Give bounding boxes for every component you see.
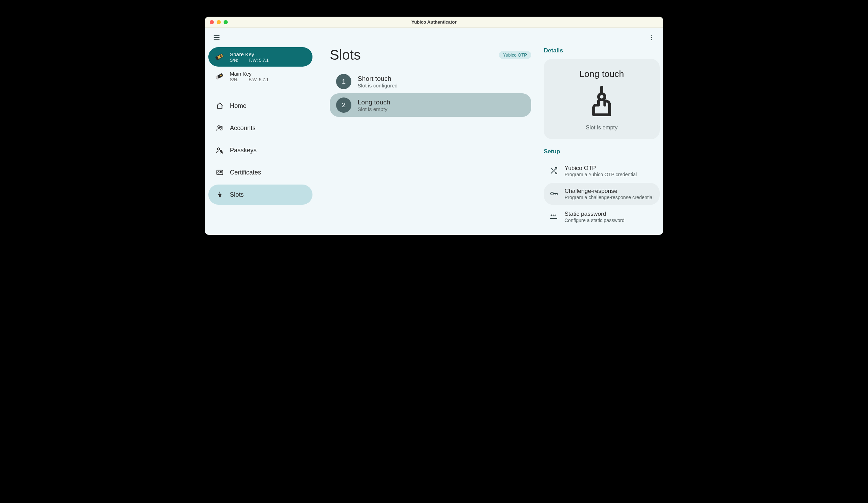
setup-text: Static password Configure a static passw… bbox=[565, 211, 625, 223]
nav-label: Certificates bbox=[230, 169, 261, 176]
key-icon bbox=[549, 189, 558, 198]
setup-desc: Configure a static password bbox=[565, 218, 625, 223]
nav-item-slots[interactable]: Slots bbox=[208, 185, 312, 205]
setup-text: Yubico OTP Program a Yubico OTP credenti… bbox=[565, 165, 637, 177]
certificates-icon bbox=[216, 169, 224, 176]
passkeys-icon bbox=[216, 146, 224, 154]
device-item-main-key[interactable]: Main Key S/N: F/W: 5.7.1 bbox=[208, 67, 312, 86]
device-meta: S/N: F/W: 5.7.1 bbox=[230, 77, 306, 82]
sidebar: Spare Key S/N: F/W: 5.7.1 Main Key S/N: … bbox=[205, 47, 316, 235]
slot-number-badge: 2 bbox=[336, 97, 351, 113]
svg-point-13 bbox=[220, 126, 222, 128]
protocol-chip[interactable]: Yubico OTP bbox=[499, 51, 531, 59]
touch-icon bbox=[551, 85, 653, 120]
nav-label: Home bbox=[230, 102, 247, 110]
more-vertical-icon bbox=[648, 34, 655, 41]
svg-point-4 bbox=[651, 37, 652, 38]
slot-name: Long touch bbox=[358, 99, 390, 106]
device-fw: F/W: 5.7.1 bbox=[249, 58, 268, 63]
slot-name: Short touch bbox=[358, 75, 398, 83]
nav-item-certificates[interactable]: Certificates bbox=[208, 162, 312, 182]
device-info: Spare Key S/N: F/W: 5.7.1 bbox=[230, 51, 306, 63]
setup-name: Yubico OTP bbox=[565, 165, 637, 172]
svg-point-21 bbox=[551, 192, 553, 195]
minimize-window-button[interactable] bbox=[217, 20, 221, 24]
setup-desc: Program a challenge-response credential bbox=[565, 195, 653, 200]
setup-heading: Setup bbox=[544, 148, 660, 155]
device-info: Main Key S/N: F/W: 5.7.1 bbox=[230, 71, 306, 82]
svg-point-12 bbox=[218, 126, 220, 128]
main-header: Slots Yubico OTP bbox=[330, 47, 531, 63]
nav-item-accounts[interactable]: Accounts bbox=[208, 118, 312, 138]
nav-label: Accounts bbox=[230, 125, 256, 132]
slot-status: Slot is empty bbox=[358, 106, 390, 112]
device-name: Main Key bbox=[230, 71, 306, 77]
detail-card: Long touch Slot is empty bbox=[544, 59, 660, 139]
device-meta: S/N: F/W: 5.7.1 bbox=[230, 58, 306, 63]
svg-point-17 bbox=[218, 172, 219, 173]
setup-text: Challenge-response Program a challenge-r… bbox=[565, 188, 653, 200]
slot-number-badge: 1 bbox=[336, 74, 351, 89]
svg-text:***: *** bbox=[550, 213, 556, 219]
svg-point-15 bbox=[220, 150, 222, 152]
close-window-button[interactable] bbox=[210, 20, 214, 24]
device-fw: F/W: 5.7.1 bbox=[249, 77, 268, 82]
slots-icon bbox=[216, 191, 224, 198]
fullscreen-window-button[interactable] bbox=[224, 20, 228, 24]
yubikey-icon bbox=[213, 51, 226, 63]
svg-point-14 bbox=[217, 148, 219, 150]
traffic-lights bbox=[210, 20, 228, 24]
accounts-icon bbox=[216, 124, 224, 132]
setup-list: Yubico OTP Program a Yubico OTP credenti… bbox=[544, 160, 660, 228]
more-options-button[interactable] bbox=[644, 31, 658, 44]
content-area: Spare Key S/N: F/W: 5.7.1 Main Key S/N: … bbox=[205, 47, 663, 235]
slot-status: Slot is configured bbox=[358, 83, 398, 88]
main-panel: Slots Yubico OTP 1 Short touch Slot is c… bbox=[316, 47, 538, 235]
setup-name: Static password bbox=[565, 211, 625, 218]
device-item-spare-key[interactable]: Spare Key S/N: F/W: 5.7.1 bbox=[208, 47, 312, 67]
yubikey-icon bbox=[213, 70, 226, 83]
svg-point-20 bbox=[599, 94, 605, 100]
details-panel: Details Long touch Slot is empty Setup bbox=[538, 47, 663, 235]
nav-item-home[interactable]: Home bbox=[208, 96, 312, 116]
setup-desc: Program a Yubico OTP credential bbox=[565, 172, 637, 177]
nav-label: Passkeys bbox=[230, 147, 257, 154]
slot-row-1[interactable]: 1 Short touch Slot is configured bbox=[330, 70, 531, 93]
app-window: Yubico Authenticator Spare Key S/N: F/W:… bbox=[205, 17, 663, 235]
nav-item-passkeys[interactable]: Passkeys bbox=[208, 140, 312, 160]
shuffle-icon bbox=[549, 166, 558, 175]
setup-item-challenge-response[interactable]: Challenge-response Program a challenge-r… bbox=[544, 183, 660, 205]
hamburger-icon bbox=[213, 34, 220, 41]
slot-text: Long touch Slot is empty bbox=[358, 99, 390, 112]
window-title: Yubico Authenticator bbox=[411, 19, 457, 25]
device-sn: S/N: bbox=[230, 77, 238, 82]
toolbar bbox=[205, 28, 663, 47]
slot-row-2[interactable]: 2 Long touch Slot is empty bbox=[330, 93, 531, 117]
home-icon bbox=[216, 102, 224, 110]
page-title: Slots bbox=[330, 47, 361, 63]
nav-label: Slots bbox=[230, 191, 244, 198]
svg-point-5 bbox=[651, 39, 652, 40]
detail-title: Long touch bbox=[551, 69, 653, 79]
nav: Home Accounts Passkeys bbox=[208, 96, 312, 205]
hamburger-menu-button[interactable] bbox=[210, 31, 224, 44]
detail-status: Slot is empty bbox=[551, 125, 653, 131]
setup-name: Challenge-response bbox=[565, 188, 653, 195]
setup-item-yubico-otp[interactable]: Yubico OTP Program a Yubico OTP credenti… bbox=[544, 160, 660, 182]
titlebar: Yubico Authenticator bbox=[205, 17, 663, 28]
details-heading: Details bbox=[544, 47, 660, 54]
device-name: Spare Key bbox=[230, 51, 306, 57]
svg-point-3 bbox=[651, 35, 652, 36]
setup-item-static-password[interactable]: *** Static password Configure a static p… bbox=[544, 206, 660, 228]
device-sn: S/N: bbox=[230, 58, 238, 63]
asterisks-icon: *** bbox=[549, 212, 558, 221]
slot-text: Short touch Slot is configured bbox=[358, 75, 398, 88]
